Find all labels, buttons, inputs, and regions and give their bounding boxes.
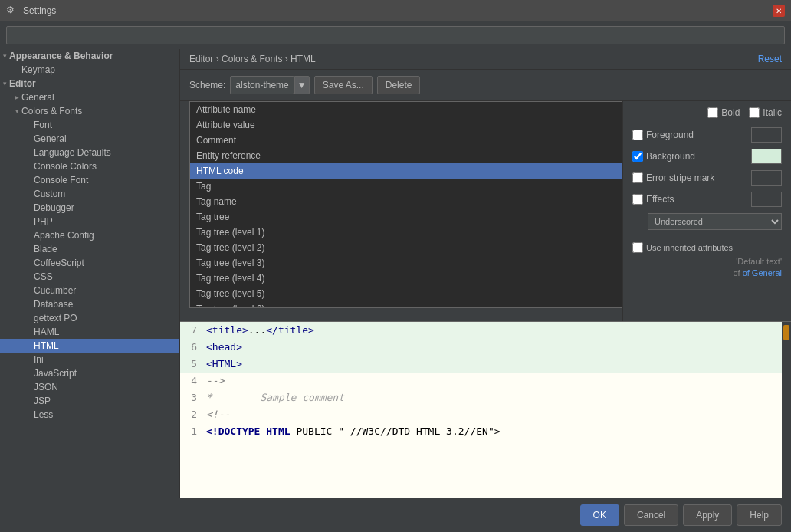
sidebar-item-ini[interactable]: Ini — [0, 353, 179, 366]
background-label: Background — [646, 151, 748, 162]
italic-item: Italic — [749, 107, 782, 118]
sidebar-item-html[interactable]: HTML — [0, 339, 179, 353]
effects-checkbox[interactable] — [632, 194, 643, 205]
background-checkbox[interactable] — [632, 151, 643, 162]
code-line-5: 5<HTML> — [180, 356, 791, 373]
token-item-entity-reference[interactable]: Entity reference — [190, 148, 622, 163]
token-item-tag-tree[interactable]: Tag tree — [190, 209, 622, 225]
bold-label: Bold — [721, 107, 740, 118]
breadcrumb-editor: Editor — [189, 54, 213, 64]
sidebar-item-apache-config[interactable]: Apache Config — [0, 228, 179, 242]
foreground-row: Foreground — [632, 127, 782, 143]
sidebar-item-blade[interactable]: Blade — [0, 242, 179, 256]
effects-select[interactable]: UnderscoredUnderwavedBorderedBoxBold Dot… — [648, 213, 782, 230]
italic-checkbox[interactable] — [749, 107, 760, 118]
token-list[interactable]: Attribute nameAttribute valueCommentEnti… — [189, 101, 622, 308]
sidebar-item-appearance[interactable]: ▾Appearance & Behavior — [0, 49, 179, 63]
main-content: ▾Appearance & BehaviorKeymap▾Editor►Gene… — [0, 49, 791, 498]
ok-button[interactable]: OK — [580, 504, 619, 526]
code-preview: 7<title>...</title>6<head>5<HTML>4-->3* … — [180, 321, 791, 498]
error-stripe-swatch[interactable] — [751, 170, 782, 186]
window-title: Settings — [23, 5, 56, 16]
scroll-thumb[interactable] — [783, 325, 789, 340]
settings-window: ⚙ Settings ✕ ▾Appearance & BehaviorKeyma… — [0, 0, 791, 532]
sidebar-item-custom[interactable]: Custom — [0, 187, 179, 201]
foreground-checkbox[interactable] — [632, 130, 643, 140]
sidebar-item-general[interactable]: ►General — [0, 90, 179, 104]
breadcrumb-bar: Editor › Colors & Fonts › HTML Reset — [180, 49, 791, 70]
sidebar-item-colors-fonts[interactable]: ▾Colors & Fonts — [0, 104, 179, 118]
token-item-tag-tree-2[interactable]: Tag tree (level 2) — [190, 240, 622, 255]
code-line-6: 6<head> — [180, 339, 791, 356]
sidebar-item-console-colors[interactable]: Console Colors — [0, 159, 179, 173]
sidebar-item-keymap[interactable]: Keymap — [0, 63, 179, 77]
sidebar-item-json[interactable]: JSON — [0, 380, 179, 394]
token-item-tag-tree-4[interactable]: Tag tree (level 4) — [190, 271, 622, 286]
sidebar-item-font[interactable]: Font — [0, 118, 179, 132]
token-item-tag-tree-1[interactable]: Tag tree (level 1) — [190, 225, 622, 240]
effects-dropdown-row: UnderscoredUnderwavedBorderedBoxBold Dot… — [648, 213, 782, 230]
token-item-tag[interactable]: Tag — [190, 179, 622, 194]
token-item-tag-tree-3[interactable]: Tag tree (level 3) — [190, 255, 622, 271]
default-text-note: 'Default text' of of General — [632, 256, 782, 280]
token-item-attribute-value[interactable]: Attribute value — [190, 117, 622, 133]
token-item-html-code[interactable]: HTML code — [190, 163, 622, 179]
foreground-swatch[interactable] — [751, 127, 782, 143]
breadcrumb-sep2: › — [285, 54, 290, 64]
sidebar-item-less[interactable]: Less — [0, 408, 179, 422]
code-line-1: 1<!DOCTYPE HTML PUBLIC "-//W3C//DTD HTML… — [180, 423, 791, 440]
scheme-label: Scheme: — [189, 80, 225, 90]
background-swatch[interactable] — [751, 149, 782, 164]
cancel-button[interactable]: Cancel — [624, 504, 678, 526]
scheme-bar: Scheme: alston-theme ▼ Save As... Delete — [180, 70, 791, 101]
reset-link[interactable]: Reset — [758, 54, 782, 64]
search-bar — [0, 21, 791, 49]
middle-section: Attribute nameAttribute valueCommentEnti… — [180, 101, 791, 321]
scheme-select[interactable]: alston-theme — [230, 76, 294, 94]
scheme-dropdown-button[interactable]: ▼ — [294, 76, 310, 94]
sidebar-item-gettext-po[interactable]: gettext PO — [0, 311, 179, 325]
effects-swatch[interactable] — [751, 192, 782, 207]
error-stripe-checkbox[interactable] — [632, 172, 643, 183]
default-text-label: 'Default text' — [736, 257, 782, 266]
save-as-button[interactable]: Save As... — [314, 76, 373, 94]
token-item-tag-tree-5[interactable]: Tag tree (level 5) — [190, 286, 622, 301]
scheme-selector: alston-theme ▼ — [230, 76, 309, 94]
bold-item: Bold — [707, 107, 740, 118]
sidebar-item-language-defaults[interactable]: Language Defaults — [0, 146, 179, 159]
foreground-label: Foreground — [646, 130, 748, 140]
bold-checkbox[interactable] — [707, 107, 718, 118]
token-item-tag-tree-6[interactable]: Tag tree (level 6) — [190, 301, 622, 308]
sidebar-item-haml[interactable]: HAML — [0, 325, 179, 339]
right-panel: Editor › Colors & Fonts › HTML Reset Sch… — [180, 49, 791, 498]
delete-button[interactable]: Delete — [377, 76, 421, 94]
sidebar-item-console-font[interactable]: Console Font — [0, 173, 179, 187]
search-input[interactable] — [6, 26, 785, 44]
sidebar-item-css[interactable]: CSS — [0, 270, 179, 284]
bottom-bar: OK Cancel Apply Help — [0, 498, 791, 532]
token-item-comment[interactable]: Comment — [190, 133, 622, 148]
app-icon: ⚙ — [6, 5, 18, 17]
sidebar-item-debugger[interactable]: Debugger — [0, 201, 179, 215]
sidebar-item-coffeescript[interactable]: CoffeeScript — [0, 256, 179, 270]
error-stripe-row: Error stripe mark — [632, 170, 782, 186]
use-inherited-checkbox[interactable] — [632, 242, 643, 253]
sidebar-item-cucumber[interactable]: Cucumber — [0, 284, 179, 297]
italic-label: Italic — [763, 107, 782, 118]
sidebar-item-database[interactable]: Database — [0, 297, 179, 311]
help-button[interactable]: Help — [737, 504, 782, 526]
sidebar-item-php[interactable]: PHP — [0, 215, 179, 228]
apply-button[interactable]: Apply — [683, 504, 732, 526]
token-item-tag-name[interactable]: Tag name — [190, 194, 622, 209]
sidebar-item-editor[interactable]: ▾Editor — [0, 77, 179, 90]
title-bar: ⚙ Settings ✕ — [0, 0, 791, 21]
general-link[interactable]: of General — [743, 268, 782, 277]
sidebar-item-general2[interactable]: General — [0, 132, 179, 146]
token-item-attribute-name[interactable]: Attribute name — [190, 102, 622, 117]
close-button[interactable]: ✕ — [773, 5, 785, 17]
token-list-panel: Attribute nameAttribute valueCommentEnti… — [180, 101, 622, 321]
sidebar-item-jsp[interactable]: JSP — [0, 394, 179, 408]
sidebar-item-javascript[interactable]: JavaScript — [0, 366, 179, 380]
scrollbar[interactable] — [782, 322, 791, 498]
bold-italic-row: Bold Italic — [632, 107, 782, 118]
